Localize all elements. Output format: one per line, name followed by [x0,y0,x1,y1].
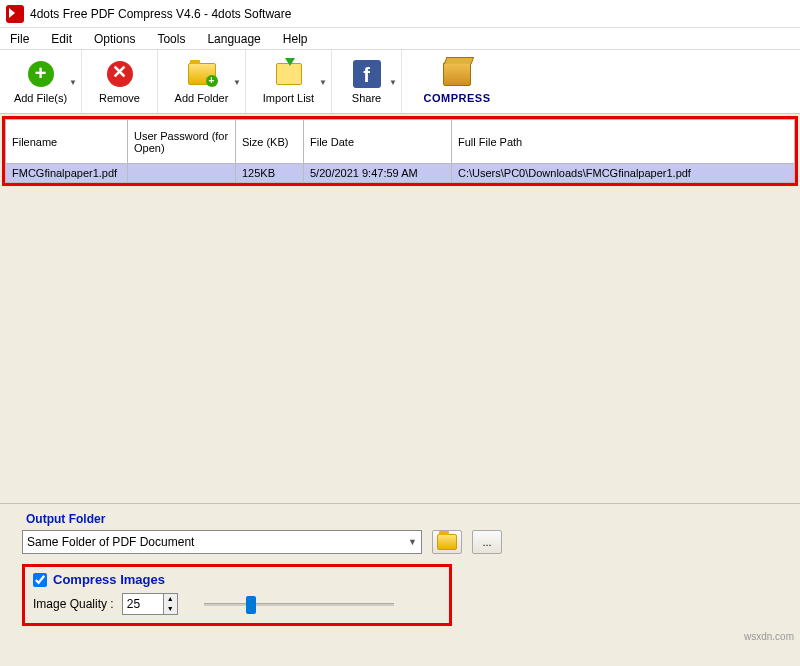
add-files-button[interactable]: + Add File(s) ▼ [0,50,82,113]
col-size[interactable]: Size (KB) [236,120,304,164]
folder-plus-icon: + [187,59,217,89]
menu-bar: File Edit Options Tools Language Help [0,28,800,50]
menu-help[interactable]: Help [283,32,308,46]
compress-images-group: Compress Images Image Quality : ▲ ▼ [22,564,452,626]
toolbar: + Add File(s) ▼ ✕ Remove + Add Folder ▼ … [0,50,800,114]
slider-thumb[interactable] [246,596,256,614]
col-filename[interactable]: Filename [6,120,128,164]
share-button[interactable]: f Share ▼ [332,50,402,113]
image-quality-label: Image Quality : [33,597,114,611]
dropdown-caret-icon[interactable]: ▼ [319,77,327,86]
share-label: Share [352,92,381,104]
title-bar: 4dots Free PDF Compress V4.6 - 4dots Sof… [0,0,800,28]
image-quality-input[interactable] [123,594,163,614]
menu-file[interactable]: File [10,32,29,46]
cell-size: 125KB [236,164,304,183]
col-password[interactable]: User Password (for Open) [128,120,236,164]
cell-filedate: 5/20/2021 9:47:59 AM [304,164,452,183]
menu-edit[interactable]: Edit [51,32,72,46]
remove-label: Remove [99,92,140,104]
image-quality-spinner[interactable]: ▲ ▼ [122,593,178,615]
cell-filename[interactable]: FMCGfinalpaper1.pdf [6,164,128,183]
compress-label: COMPRESS [424,92,491,104]
spin-down-icon[interactable]: ▼ [164,604,177,614]
output-folder-value: Same Folder of PDF Document [27,535,194,549]
menu-language[interactable]: Language [207,32,260,46]
import-list-label: Import List [263,92,314,104]
remove-circle-icon: ✕ [105,59,135,89]
add-folder-button[interactable]: + Add Folder ▼ [158,50,246,113]
import-list-button[interactable]: Import List ▼ [246,50,332,113]
dropdown-caret-icon[interactable]: ▼ [389,77,397,86]
bottom-panel: Output Folder Same Folder of PDF Documen… [0,512,800,626]
menu-options[interactable]: Options [94,32,135,46]
cell-password[interactable] [128,164,236,183]
spin-up-icon[interactable]: ▲ [164,594,177,604]
compress-images-checkbox[interactable] [33,573,47,587]
table-row[interactable]: FMCGfinalpaper1.pdf 125KB 5/20/2021 9:47… [6,164,795,183]
package-box-icon [442,59,472,89]
menu-tools[interactable]: Tools [157,32,185,46]
dropdown-caret-icon[interactable]: ▼ [233,77,241,86]
watermark-text: wsxdn.com [744,631,794,642]
slider-track [204,603,394,606]
empty-list-area [0,188,800,504]
output-folder-group: Output Folder Same Folder of PDF Documen… [22,512,778,554]
chevron-down-icon: ▼ [408,537,417,547]
add-files-label: Add File(s) [14,92,67,104]
import-icon [274,59,304,89]
cell-fullpath: C:\Users\PC0\Downloads\FMCGfinalpaper1.p… [452,164,795,183]
add-folder-label: Add Folder [175,92,229,104]
window-title: 4dots Free PDF Compress V4.6 - 4dots Sof… [30,7,291,21]
compress-button[interactable]: COMPRESS [402,50,512,113]
file-table[interactable]: Filename User Password (for Open) Size (… [5,119,795,183]
browse-button[interactable]: ... [472,530,502,554]
compress-images-label[interactable]: Compress Images [53,572,165,587]
col-filedate[interactable]: File Date [304,120,452,164]
col-fullpath[interactable]: Full File Path [452,120,795,164]
file-table-highlight: Filename User Password (for Open) Size (… [2,116,798,186]
open-folder-button[interactable] [432,530,462,554]
image-quality-slider[interactable] [204,594,394,614]
output-folder-label: Output Folder [26,512,778,526]
plus-circle-icon: + [26,59,56,89]
folder-icon [437,534,457,550]
output-folder-combo[interactable]: Same Folder of PDF Document ▼ [22,530,422,554]
dropdown-caret-icon[interactable]: ▼ [69,77,77,86]
facebook-icon: f [352,59,382,89]
remove-button[interactable]: ✕ Remove [82,50,158,113]
app-icon [6,5,24,23]
